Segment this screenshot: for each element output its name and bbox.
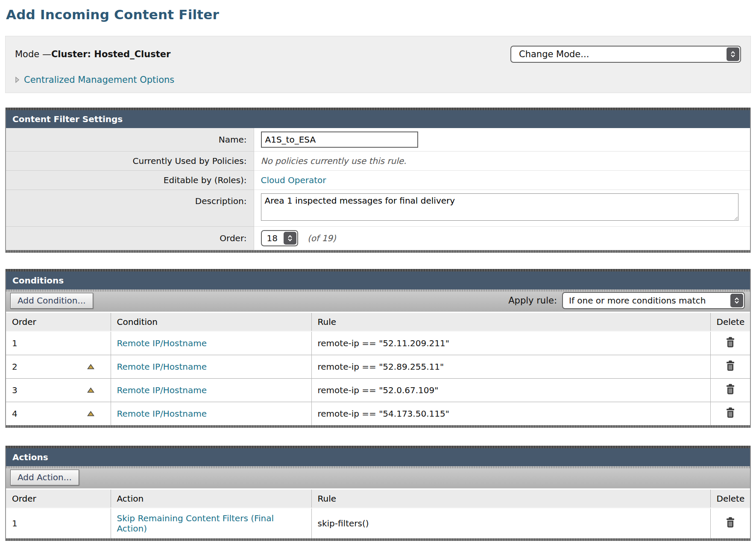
order-selected-value: 18: [262, 231, 283, 245]
delete-condition-button[interactable]: [725, 383, 735, 395]
condition-row: 4 Remote IP/Hostname remote-ip == "54.17…: [6, 402, 750, 426]
conditions-table: Order Condition Rule Delete 1 Remote IP/…: [6, 312, 750, 425]
col-rule: Rule: [311, 312, 710, 332]
col-condition: Condition: [111, 312, 311, 332]
col-delete: Delete: [710, 489, 750, 508]
select-arrows-icon: [727, 47, 739, 61]
add-condition-button[interactable]: Add Condition...: [10, 293, 93, 309]
page: Add Incoming Content Filter Mode —Cluste…: [0, 0, 756, 549]
description-label: Description:: [6, 190, 254, 227]
name-input[interactable]: [261, 131, 418, 148]
trash-icon: [725, 413, 735, 420]
policies-value: No policies currently use this rule.: [261, 156, 407, 166]
panel-bottom-edge: [6, 250, 750, 253]
settings-form: Name: Currently Used by Policies: No pol…: [6, 128, 750, 250]
action-rule: skip-filters(): [311, 508, 710, 538]
condition-rule: remote-ip == "54.173.50.115": [311, 402, 710, 426]
conditions-panel: Conditions Add Condition... Apply rule: …: [5, 269, 751, 428]
settings-section-header: Content Filter Settings: [6, 110, 750, 128]
actions-toolbar: Add Action...: [6, 466, 750, 488]
disclosure-triangle-icon[interactable]: [15, 76, 20, 83]
mode-panel: Mode —Cluster: Hosted_Cluster Change Mod…: [5, 36, 751, 93]
panel-bottom-edge: [6, 538, 750, 541]
move-up-icon[interactable]: [87, 411, 94, 417]
add-action-button[interactable]: Add Action...: [10, 470, 79, 485]
mode-value: Cluster: Hosted_Cluster: [51, 49, 170, 59]
condition-order: 4: [6, 402, 111, 426]
mode-text: Mode —Cluster: Hosted_Cluster: [15, 49, 170, 59]
delete-condition-button[interactable]: [725, 336, 735, 348]
action-row: 1 Skip Remaining Content Filters (Final …: [6, 508, 750, 538]
action-order: 1: [6, 508, 111, 538]
condition-link[interactable]: Remote IP/Hostname: [117, 385, 207, 395]
col-rule: Rule: [311, 489, 710, 508]
content-filter-settings-panel: Content Filter Settings Name: Currently …: [5, 108, 751, 253]
condition-row: 3 Remote IP/Hostname remote-ip == "52.0.…: [6, 379, 750, 402]
policies-row: Currently Used by Policies: No policies …: [6, 152, 750, 171]
apply-rule-label: Apply rule:: [508, 295, 557, 306]
page-title: Add Incoming Content Filter: [6, 7, 751, 22]
col-action: Action: [111, 489, 311, 508]
order-label: Order:: [6, 227, 254, 250]
condition-rule: remote-ip == "52.89.255.11": [311, 355, 710, 379]
actions-section-header: Actions: [6, 448, 750, 466]
delete-condition-button[interactable]: [725, 407, 735, 418]
actions-header-row: Order Action Rule Delete: [6, 489, 750, 508]
order-total: (of 19): [308, 233, 336, 243]
name-row: Name:: [6, 128, 750, 152]
condition-row: 1 Remote IP/Hostname remote-ip == "52.11…: [6, 331, 750, 355]
select-arrows-icon: [284, 232, 296, 245]
delete-condition-button[interactable]: [725, 360, 735, 371]
conditions-toolbar: Add Condition... Apply rule: If one or m…: [6, 289, 750, 312]
name-label: Name:: [6, 128, 254, 152]
trash-icon: [725, 366, 735, 373]
conditions-section-header: Conditions: [6, 272, 750, 289]
move-up-icon[interactable]: [87, 388, 94, 393]
mode-label: Mode —: [15, 49, 51, 59]
trash-icon: [725, 390, 735, 396]
change-mode-selected-value: Change Mode...: [511, 47, 595, 62]
action-link[interactable]: Skip Remaining Content Filters (Final Ac…: [117, 513, 274, 534]
change-mode-select[interactable]: Change Mode...: [510, 46, 741, 63]
select-arrows-icon: [730, 294, 743, 307]
apply-rule-select[interactable]: If one or more conditions match: [562, 292, 745, 309]
description-textarea[interactable]: Area 1 inspected messages for final deli…: [261, 193, 738, 221]
condition-order: 1: [6, 331, 111, 355]
condition-rule: remote-ip == "52.0.67.109": [311, 379, 710, 402]
col-order: Order: [6, 489, 111, 508]
condition-link[interactable]: Remote IP/Hostname: [117, 338, 207, 348]
centralized-management-row: Centralized Management Options: [15, 75, 741, 85]
order-row: Order: 18 (of 19): [6, 227, 750, 250]
editable-row: Editable by (Roles): Cloud Operator: [6, 171, 750, 190]
apply-rule-selected-value: If one or more conditions match: [563, 293, 712, 308]
centralized-management-link[interactable]: Centralized Management Options: [24, 75, 174, 85]
order-select[interactable]: 18: [261, 230, 298, 246]
condition-order: 2: [6, 355, 111, 379]
trash-icon: [725, 343, 735, 349]
description-row: Description: Area 1 inspected messages f…: [6, 190, 750, 227]
conditions-header-row: Order Condition Rule Delete: [6, 312, 750, 332]
condition-link[interactable]: Remote IP/Hostname: [117, 362, 207, 372]
editable-roles-link[interactable]: Cloud Operator: [261, 175, 326, 185]
col-order: Order: [6, 312, 111, 332]
panel-bottom-edge: [6, 425, 750, 428]
col-delete: Delete: [710, 312, 750, 332]
delete-action-button[interactable]: [725, 517, 735, 528]
editable-label: Editable by (Roles):: [6, 171, 254, 190]
condition-row: 2 Remote IP/Hostname remote-ip == "52.89…: [6, 355, 750, 379]
trash-icon: [725, 523, 735, 529]
condition-rule: remote-ip == "52.11.209.211": [311, 331, 710, 355]
policies-label: Currently Used by Policies:: [6, 152, 254, 171]
mode-row: Mode —Cluster: Hosted_Cluster Change Mod…: [15, 46, 741, 63]
apply-rule-group: Apply rule: If one or more conditions ma…: [508, 292, 745, 309]
move-up-icon[interactable]: [87, 364, 94, 370]
actions-table: Order Action Rule Delete 1 Skip Remainin…: [6, 488, 750, 538]
condition-order: 3: [6, 379, 111, 402]
actions-panel: Actions Add Action... Order Action Rule …: [5, 446, 751, 541]
condition-link[interactable]: Remote IP/Hostname: [117, 409, 207, 419]
